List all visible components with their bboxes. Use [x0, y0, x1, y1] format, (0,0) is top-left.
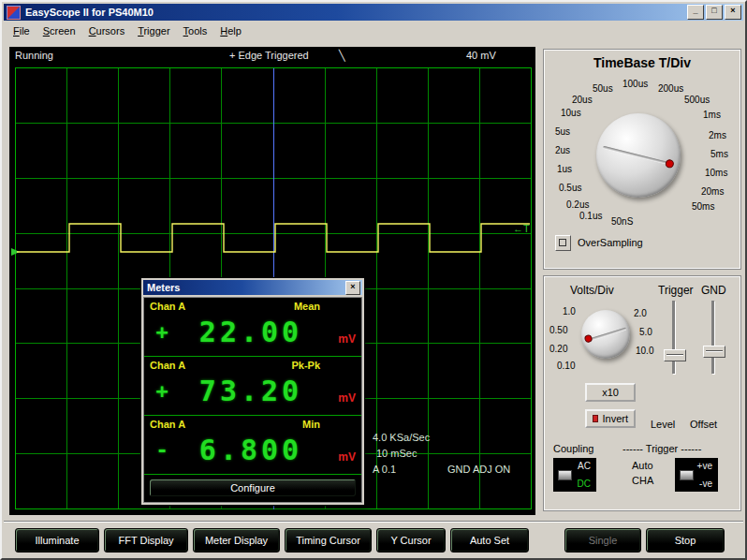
coupling-switch[interactable]: AC DC — [553, 458, 596, 492]
timebase-knob[interactable] — [596, 113, 681, 198]
configure-button[interactable]: Configure — [149, 479, 357, 497]
meter-channel: Chan A — [150, 419, 185, 430]
trigger-mode-status: + Edge Triggered — [229, 50, 309, 61]
coupling-label: Coupling — [553, 443, 593, 454]
voltsdiv-label: 2.0 — [634, 308, 647, 318]
controls-panel: Volts/Div Trigger GND 1.0 0.50 0.20 0.10… — [543, 275, 741, 511]
timebase-label: 500us — [684, 95, 710, 105]
timebase-label: 0.2us — [566, 199, 589, 210]
timebase-panel: TimeBase T/Div 20us 50us 100us 200us 500… — [543, 49, 741, 270]
gnd-offset-slider-handle[interactable] — [703, 346, 725, 358]
y-cursor-button[interactable]: Y Cursor — [376, 528, 446, 553]
voltsdiv-label: 0.50 — [549, 325, 567, 335]
meter-metric: Mean — [294, 301, 320, 312]
menu-trigger[interactable]: Trigger — [131, 22, 176, 39]
menu-cursors[interactable]: Cursors — [82, 22, 132, 39]
timebase-label: 2us — [555, 145, 570, 155]
ac-label: AC — [578, 461, 591, 471]
knob-indicator-dot — [665, 158, 675, 169]
meter-metric: Pk-Pk — [291, 360, 320, 371]
app-icon — [7, 6, 21, 20]
trigger-slope-switch[interactable]: +ve -ve — [675, 458, 718, 492]
timebase-label: 50nS — [611, 216, 633, 227]
voltsdiv-label: 10.0 — [636, 346, 653, 356]
x10-button[interactable]: x10 — [585, 383, 636, 402]
timebase-label: 10ms — [705, 168, 727, 178]
titlebar[interactable]: EasyScope II for PS40M10 _ □ × — [4, 4, 743, 21]
timing-cursor-button[interactable]: Timing Cursor — [285, 528, 372, 553]
stop-button[interactable]: Stop — [646, 528, 725, 553]
meters-dialog: Meters × Chan A Mean + 22.00 mV Chan A P… — [140, 277, 365, 506]
cha-label: CHA — [632, 475, 653, 486]
voltsdiv-knob[interactable] — [581, 310, 630, 359]
meter-row-pkpk: Chan A Pk-Pk + 73.20 mV — [144, 357, 361, 416]
menu-screen[interactable]: Screen — [37, 22, 82, 39]
timebase-label: 100us — [622, 79, 648, 89]
timebase-label: 200us — [658, 83, 683, 94]
voltsdiv-label: 5.0 — [639, 327, 652, 337]
knob-indicator-dot — [584, 334, 593, 344]
trigger-section-label: ------ Trigger ------ — [622, 443, 701, 454]
app-window: EasyScope II for PS40M10 _ □ × File Scre… — [0, 0, 747, 560]
meter-unit: mV — [328, 332, 356, 351]
meters-dialog-title: Meters — [147, 282, 180, 293]
minimize-icon[interactable]: _ — [687, 5, 704, 20]
timebase-title: TimeBase T/Div — [544, 55, 740, 70]
run-status: Running — [15, 50, 53, 61]
timebase-label: 1us — [557, 164, 572, 174]
switch-lever-icon — [680, 470, 694, 480]
positive-edge-label: +ve — [697, 461, 712, 471]
menu-help[interactable]: Help — [213, 22, 248, 39]
menu-tools[interactable]: Tools — [177, 22, 214, 39]
offset-label: Offset — [690, 419, 717, 430]
maximize-icon[interactable]: □ — [706, 5, 723, 20]
invert-button[interactable]: Invert — [585, 409, 636, 428]
timebase-label: 0.1us — [579, 211, 602, 221]
meter-value: 6.800 — [174, 434, 328, 466]
close-icon[interactable]: × — [725, 5, 741, 20]
auto-set-button[interactable]: Auto Set — [450, 528, 529, 553]
sample-rate-readout: 4.0 KSa/Sec — [373, 432, 430, 443]
timebase-label: 10us — [561, 108, 581, 118]
negative-edge-label: -ve — [699, 479, 712, 489]
meter-sign: + — [150, 379, 174, 403]
timebase-label: 5ms — [710, 149, 728, 159]
timebase-label: 1ms — [703, 110, 721, 120]
trigger-level-slider-handle[interactable] — [664, 349, 686, 361]
window-title: EasyScope II for PS40M10 — [25, 7, 685, 18]
meter-row-min: Chan A Min - 6.800 mV — [144, 416, 361, 475]
dialog-close-icon[interactable]: × — [345, 281, 360, 295]
knob-slot — [603, 146, 674, 167]
menu-file[interactable]: File — [7, 22, 37, 39]
meter-metric: Min — [302, 419, 320, 430]
trigger-level-slider-track — [672, 301, 675, 374]
fft-display-button[interactable]: FFT Display — [104, 528, 188, 553]
auto-label: Auto — [632, 460, 653, 471]
configure-row: Configure — [144, 475, 361, 502]
menubar: File Screen Cursors Trigger Tools Help — [4, 21, 743, 41]
meter-sign: - — [150, 438, 174, 462]
trigger-level-marker[interactable]: ←T — [513, 223, 530, 234]
x10-label: x10 — [602, 387, 619, 398]
single-button[interactable]: Single — [564, 528, 641, 553]
bottom-toolbar: Illuminate FFT Display Meter Display Tim… — [4, 521, 743, 558]
meter-value: 22.00 — [174, 316, 328, 348]
channel-scale-readout: A 0.1 — [373, 464, 396, 475]
timebase-label: 50us — [593, 83, 613, 94]
timebase-label: 20us — [572, 95, 593, 105]
oversampling-checkbox[interactable] — [555, 235, 571, 251]
voltsdiv-title: Volts/Div — [570, 284, 614, 297]
illuminate-button[interactable]: Illuminate — [15, 528, 99, 553]
meter-channel: Chan A — [150, 360, 185, 371]
voltsdiv-label: 0.10 — [557, 361, 575, 371]
trigger-title: Trigger — [658, 284, 694, 297]
timebase-label: 2ms — [709, 130, 726, 140]
voltsdiv-label: 1.0 — [563, 306, 576, 317]
meters-dialog-titlebar[interactable]: Meters × — [143, 280, 362, 295]
invert-label: Invert — [602, 413, 628, 424]
meter-display-button[interactable]: Meter Display — [193, 528, 280, 553]
sweep-readout: 10 mSec — [376, 448, 417, 459]
meter-unit: mV — [328, 450, 356, 469]
invert-led-icon — [593, 415, 598, 422]
timebase-label: 50ms — [692, 201, 714, 212]
